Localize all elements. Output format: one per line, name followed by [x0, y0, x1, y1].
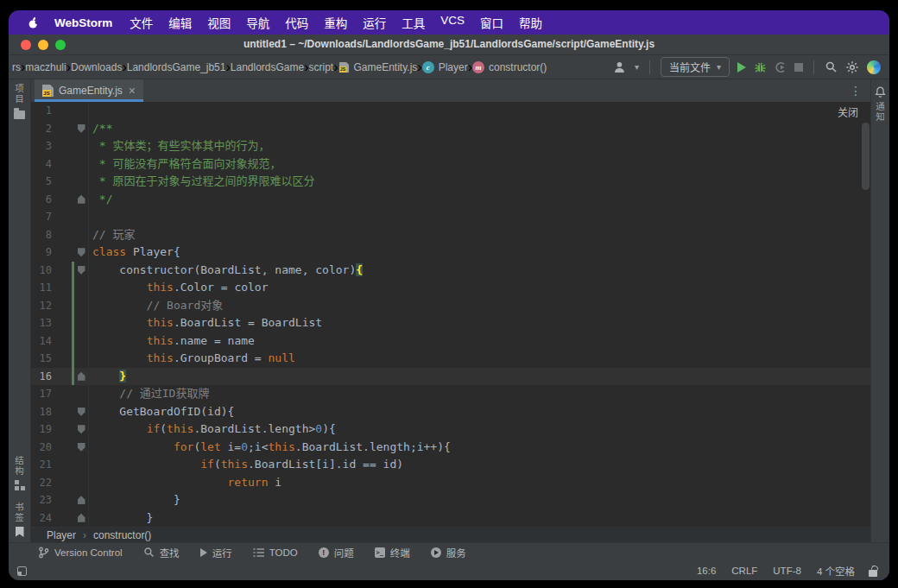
line-number: 6	[31, 193, 52, 205]
fold-marker-icon[interactable]	[78, 124, 85, 133]
editor-breadcrumb-item[interactable]: constructor()	[93, 529, 151, 541]
fold-marker-icon[interactable]	[78, 408, 85, 416]
menu-app-name[interactable]: WebStorm	[54, 16, 112, 29]
breadcrumb-item[interactable]: Downloads	[71, 61, 122, 73]
tool-window-button-services[interactable]: 服务	[431, 546, 466, 560]
fold-marker-icon[interactable]	[78, 425, 85, 433]
tool-windows-icon[interactable]	[17, 566, 27, 576]
code-line: 14 this.name = name	[31, 332, 870, 351]
code-editor[interactable]: 12/**3 * 实体类；有些实体其中的行为，4 * 可能没有严格符合面向对象规…	[31, 102, 870, 527]
code-text: // 玩家	[92, 226, 135, 244]
fold-marker-icon[interactable]	[78, 514, 85, 522]
right-tool-stripe: 通知	[870, 79, 889, 542]
structure-tool-button[interactable]: 结构	[13, 456, 26, 490]
menu-item[interactable]: 运行	[363, 14, 386, 31]
status-caret-position[interactable]: 16:6	[697, 566, 716, 576]
code-text: * 原因在于对象与过程之间的界限难以区分	[92, 173, 314, 191]
minimize-window-button[interactable]	[38, 40, 48, 50]
close-banner-link[interactable]: 关闭	[838, 104, 858, 119]
tool-window-button-git-branch[interactable]: Version Control	[38, 547, 123, 559]
run-with-coverage-button[interactable]	[775, 61, 787, 73]
user-dropdown-arrow-icon[interactable]: ▾	[635, 62, 639, 72]
breadcrumb-item[interactable]: rs	[12, 61, 21, 73]
bell-icon[interactable]	[875, 86, 886, 98]
bookmarks-tool-button[interactable]: 书签	[13, 503, 26, 537]
fold-marker-icon[interactable]	[78, 443, 85, 452]
editor-breadcrumb-item[interactable]: Player	[47, 529, 76, 541]
tool-window-button-run[interactable]: 运行	[200, 546, 232, 560]
code-text: * 可能没有严格符合面向对象规范，	[92, 155, 281, 174]
tab-label: GameEntity.js	[59, 85, 123, 97]
tab-gameentity-js[interactable]: JS GameEntity.js ×	[35, 79, 143, 102]
status-line-separator[interactable]: CRLF	[731, 566, 757, 576]
run-button[interactable]	[737, 62, 746, 73]
run-configuration-selector[interactable]: 当前文件 ▾	[661, 57, 730, 77]
line-number: 14	[31, 335, 52, 347]
tool-window-button-search[interactable]: 查找	[143, 546, 180, 560]
menu-item[interactable]: 导航	[246, 14, 269, 31]
settings-gear-icon[interactable]	[845, 60, 859, 74]
fold-marker-icon[interactable]	[78, 372, 85, 381]
stop-button[interactable]	[794, 63, 803, 72]
status-indent[interactable]: 4 个空格	[817, 564, 855, 578]
line-number: 23	[31, 494, 52, 506]
menu-item[interactable]: 编辑	[168, 14, 192, 31]
run-configuration-label: 当前文件	[669, 60, 711, 74]
editor-options-menu[interactable]: ⋮	[850, 83, 862, 98]
breadcrumb-item[interactable]: LandlordsGame_jb51	[127, 61, 226, 73]
menu-item[interactable]: 文件	[130, 14, 153, 31]
method-icon: m	[472, 61, 484, 73]
menu-item[interactable]: 视图	[207, 14, 231, 31]
line-number: 17	[31, 388, 52, 400]
menu-item[interactable]: VCS	[440, 14, 465, 31]
tool-window-bar: Version Control查找运行TODO!问题>_终端服务	[9, 542, 889, 561]
navigation-bar: rs›maczhuli›Downloads›LandlordsGame_jb51…	[9, 55, 889, 79]
line-number: 24	[31, 512, 52, 524]
fold-marker-icon[interactable]	[78, 195, 85, 204]
menu-item[interactable]: 代码	[285, 14, 308, 31]
fold-marker-icon[interactable]	[78, 266, 85, 275]
space-icon[interactable]	[867, 60, 881, 74]
code-line: 5 * 原因在于对象与过程之间的界限难以区分	[31, 173, 870, 191]
menu-item[interactable]: 窗口	[480, 14, 503, 31]
code-line: 18 GetBoardOfID(id){	[31, 403, 870, 421]
breadcrumb-item[interactable]: cPlayer	[422, 61, 468, 73]
code-text: return i	[92, 474, 281, 492]
close-window-button[interactable]	[21, 40, 31, 50]
notifications-label[interactable]: 通知	[874, 102, 887, 122]
breadcrumb-item[interactable]: JSGameEntity.js	[338, 61, 418, 73]
code-text: constructor(BoardList, name, color){	[92, 262, 363, 280]
close-tab-icon[interactable]: ×	[129, 85, 136, 97]
project-tool-button[interactable]: 项目	[13, 84, 26, 119]
folder-icon	[14, 111, 25, 119]
terminal-icon: >_	[375, 547, 385, 558]
fold-marker-icon[interactable]	[78, 248, 85, 256]
toolbar-separator	[813, 60, 814, 74]
status-encoding[interactable]: UTF-8	[773, 566, 801, 576]
user-icon[interactable]	[614, 61, 627, 73]
vcs-change-marker	[72, 350, 74, 368]
breadcrumb-item[interactable]: LandlordsGame	[231, 61, 304, 73]
code-text: for(let i=0;i<this.BoardList.length;i++)…	[92, 439, 451, 457]
breadcrumb-item[interactable]: mconstructor()	[472, 61, 547, 73]
menu-item[interactable]: 重构	[324, 14, 347, 31]
code-text: }	[92, 491, 180, 509]
unlock-icon[interactable]	[869, 570, 877, 577]
editor-scrollbar[interactable]	[862, 123, 870, 190]
tool-window-label: 查找	[160, 546, 180, 560]
breadcrumb-item[interactable]: maczhuli	[25, 61, 66, 73]
breadcrumb-label: LandlordsGame	[231, 61, 304, 73]
menu-item[interactable]: 帮助	[519, 14, 542, 31]
debug-button[interactable]	[754, 60, 767, 73]
tool-window-button-terminal[interactable]: >_终端	[375, 546, 410, 560]
zoom-window-button[interactable]	[55, 40, 66, 50]
menu-item[interactable]: 工具	[402, 14, 425, 31]
code-line: 16 }	[31, 368, 870, 386]
line-number: 1	[31, 104, 52, 117]
tool-window-button-problems[interactable]: !问题	[319, 546, 354, 560]
fold-marker-icon[interactable]	[78, 496, 85, 504]
search-everywhere-icon[interactable]	[825, 60, 838, 73]
tool-window-button-todo-list[interactable]: TODO	[253, 547, 298, 558]
breadcrumb-item[interactable]: script	[309, 61, 334, 73]
apple-icon[interactable]	[28, 16, 39, 29]
